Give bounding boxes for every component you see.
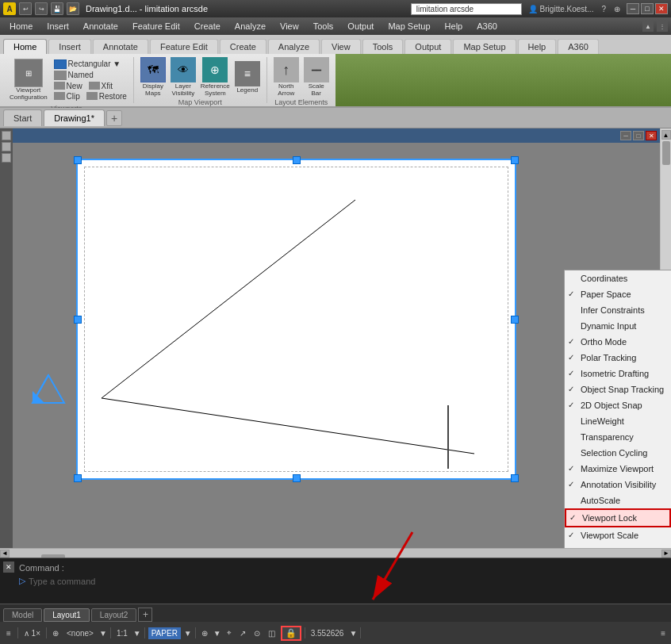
ribbon-btn-viewport-config[interactable]: ⊞ ViewportConfiguration [6,57,51,103]
status-grid-btn[interactable]: ⊕ [199,627,210,639]
inner-minimize-btn[interactable]: ─ [620,131,631,140]
tab-model[interactable]: Model [3,608,42,622]
ribbon-btn-restore[interactable]: Restore [86,92,127,101]
tool-btn[interactable] [2,131,11,140]
ctx-viewport-scale-sync[interactable]: ✓ Viewport Scale Sync [565,543,671,548]
menu-a360[interactable]: A360 [470,20,504,33]
ribbon-expand[interactable]: ▲ [642,21,654,32]
ribbon-btn-xfit[interactable]: Xfit [89,82,113,90]
doc-tab-start[interactable]: Start [3,109,42,126]
ctx-polar-tracking[interactable]: ✓ Polar Tracking [565,350,671,366]
ctx-selection-cycling[interactable]: Selection Cycling [565,445,671,461]
signout-icon[interactable]: ⊕ [614,5,620,13]
ctx-lineweight[interactable]: LineWeight [565,413,671,429]
close-button[interactable]: ✕ [655,3,668,14]
menu-annotate[interactable]: Annotate [77,20,125,33]
ctx-annotation-visibility[interactable]: ✓ Annotation Visibility [565,477,671,493]
ribbon-btn-named[interactable]: Named [54,71,127,80]
ctx-autoscale[interactable]: AutoScale [565,493,671,508]
ctx-transparency[interactable]: Transparency [565,429,671,445]
ribbon-options[interactable]: ⋮ [657,21,668,32]
ribbon-tab-view[interactable]: View [321,39,361,54]
doc-tab-drawing1[interactable]: Drawing1* [44,109,105,126]
ribbon-btn-layer-vis[interactable]: 👁 LayerVisibility [171,57,196,97]
ribbon-tab-a360[interactable]: A360 [558,39,599,54]
ctx-viewport-lock[interactable]: ✓ Viewport Lock [565,508,671,527]
ribbon-tab-annotate[interactable]: Annotate [93,39,148,54]
ribbon-tab-help[interactable]: Help [518,39,557,54]
horizontal-scrollbar[interactable]: ◄ ► [0,548,671,558]
qat-icon2[interactable]: ↪ [35,2,48,15]
status-menu-btn[interactable]: ≡ [3,627,14,639]
ribbon-btn-rectangular[interactable]: Rectangular ▼ [54,59,127,69]
ribbon-btn-new[interactable]: New [54,82,82,90]
status-coord-drop[interactable]: ▼ [349,629,357,638]
ctx-viewport-scale[interactable]: ✓ Viewport Scale [565,527,671,543]
status-ducs-btn[interactable]: ◫ [266,627,278,639]
ctx-isometric-drafting[interactable]: ✓ Isometric Drafting [565,366,671,381]
command-input[interactable] [29,577,266,586]
status-layer-dropdown[interactable]: ▼ [99,629,107,638]
status-paper-drop[interactable]: ▼ [184,629,192,638]
ribbon-tab-create[interactable]: Create [220,39,266,54]
scroll-left[interactable]: ◄ [0,550,10,558]
status-polar-btn[interactable]: ↗ [237,627,248,639]
inner-close-btn[interactable]: ✕ [646,131,657,140]
menu-analyze[interactable]: Analyze [228,20,272,33]
status-lock-btn[interactable]: 🔒 [281,626,301,641]
ribbon-tab-feature-edit[interactable]: Feature Edit [150,39,218,54]
ribbon-btn-legend[interactable]: ≡ Legend [235,61,260,94]
scroll-thumb-v[interactable] [662,141,670,165]
ribbon-tab-map-setup[interactable]: Map Setup [453,39,516,54]
ctx-dynamic-input[interactable]: Dynamic Input [565,318,671,334]
menu-home[interactable]: Home [3,20,39,33]
minimize-button[interactable]: ─ [627,3,639,14]
ribbon-tab-insert[interactable]: Insert [48,39,91,54]
menu-map-setup[interactable]: Map Setup [382,20,436,33]
inner-maximize-btn[interactable]: □ [633,131,644,140]
menu-help[interactable]: Help [439,20,470,33]
status-grid-drop[interactable]: ▼ [213,629,221,638]
tab-new-btn[interactable]: + [138,608,152,622]
status-otrack-btn[interactable]: ⊙ [251,627,263,639]
menu-insert[interactable]: Insert [40,20,75,33]
status-settings-btn[interactable]: ≡ [658,627,668,639]
ctx-ortho-mode[interactable]: ✓ Ortho Mode [565,334,671,350]
command-close-btn[interactable]: ✕ [3,562,14,573]
ribbon-tab-tools[interactable]: Tools [362,39,404,54]
doc-tab-new[interactable]: + [106,110,122,126]
ribbon-tab-analyze[interactable]: Analyze [268,39,320,54]
qat-icon[interactable]: ↩ [19,2,32,15]
scroll-up[interactable]: ▲ [661,130,671,140]
status-annotation-scale[interactable]: ∧ 1× [21,627,43,639]
ribbon-btn-ref-system[interactable]: ⊕ ReferenceSystem [201,57,230,97]
menu-create[interactable]: Create [188,20,227,33]
help-icon[interactable]: ? [601,5,606,13]
tab-layout2[interactable]: Layout2 [91,608,137,622]
tab-layout1[interactable]: Layout1 [44,608,90,622]
ribbon-btn-clip[interactable]: Clip [54,92,80,101]
menu-output[interactable]: Output [341,20,380,33]
status-snap-toggle[interactable]: ⊕ [50,627,61,639]
status-viewport-scale[interactable]: 1:1 [114,627,130,639]
ctx-infer-constraints[interactable]: Infer Constraints [565,302,671,318]
tool-btn[interactable] [2,142,11,151]
scroll-right[interactable]: ► [661,550,671,558]
status-snap-btn[interactable]: ⌖ [224,627,234,639]
ribbon-tab-home[interactable]: Home [3,39,47,54]
ribbon-btn-scale-bar[interactable]: ━━ ScaleBar [304,57,329,97]
menu-feature-edit[interactable]: Feature Edit [126,20,186,33]
status-scale-drop[interactable]: ▼ [133,629,141,638]
status-layer-none[interactable]: <none> [64,627,96,639]
ctx-maximize-viewport[interactable]: ✓ Maximize Viewport [565,461,671,477]
menu-view[interactable]: View [274,20,305,33]
qat-icon4[interactable]: 📂 [67,2,79,15]
menu-tools[interactable]: Tools [307,20,340,33]
ctx-paper-space[interactable]: ✓ Paper Space [565,286,671,302]
ctx-2d-object-snap[interactable]: ✓ 2D Object Snap [565,397,671,413]
maximize-button[interactable]: □ [641,3,654,14]
ribbon-btn-display-maps[interactable]: 🗺 DisplayMaps [140,57,166,97]
ctx-object-snap-tracking[interactable]: ✓ Object Snap Tracking [565,381,671,397]
ribbon-btn-north-arrow[interactable]: ↑ NorthArrow [274,57,299,97]
qat-icon3[interactable]: 💾 [51,2,63,15]
